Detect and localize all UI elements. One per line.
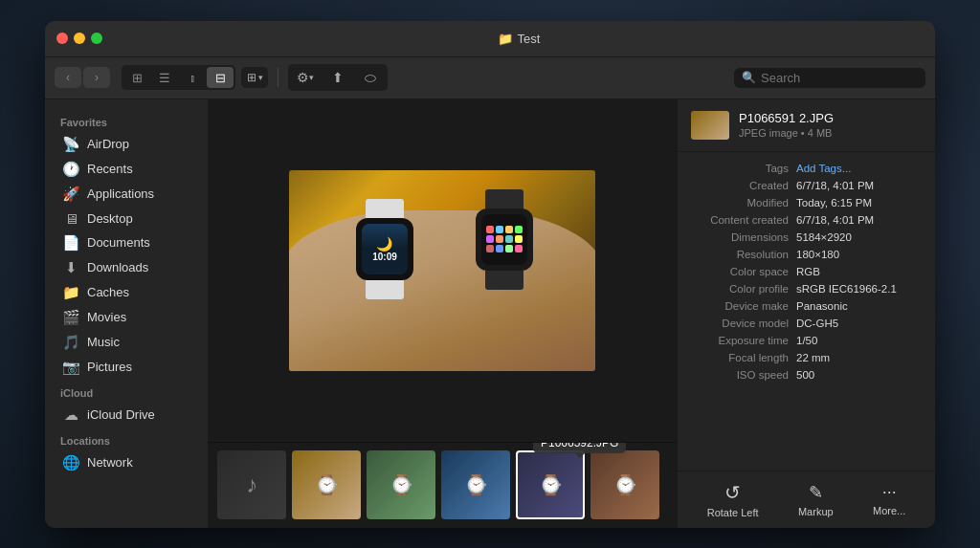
- file-browser: 🌙 10:09: [208, 99, 677, 528]
- thumb-inner: ⌚: [518, 452, 583, 517]
- sidebar-item-desktop[interactable]: 🖥 Desktop: [51, 207, 202, 230]
- info-label: Resolution: [691, 249, 796, 260]
- rotate-left-action[interactable]: ↺ Rotate Left: [707, 481, 759, 518]
- network-icon: 🌐: [62, 454, 79, 471]
- thumbnail-2[interactable]: ⌚: [292, 450, 361, 519]
- titlebar: 📁 Test: [45, 21, 935, 57]
- thumbnail-4[interactable]: ⌚: [441, 450, 510, 519]
- gallery-main: 🌙 10:09: [208, 99, 677, 442]
- sidebar-item-pictures[interactable]: 📷 Pictures: [51, 355, 202, 380]
- thumbnail-3[interactable]: ⌚: [367, 450, 435, 519]
- sidebar-item-label: Caches: [87, 285, 129, 299]
- more-action[interactable]: ··· More...: [873, 482, 905, 516]
- favorites-label: Favorites: [45, 109, 208, 132]
- info-row-devicemake: Device make Panasonic: [678, 297, 935, 315]
- group-by-button[interactable]: ⊞ ▾: [241, 67, 268, 88]
- info-value-exposure: 1/50: [796, 335, 922, 346]
- sidebar-item-music[interactable]: 🎵 Music: [51, 330, 202, 355]
- info-row-colorprofile: Color profile sRGB IEC61966-2.1: [678, 280, 935, 297]
- thumbnail-6[interactable]: ⌚: [590, 450, 659, 519]
- info-thumbnail: [691, 111, 729, 140]
- sidebar-item-label: Pictures: [87, 360, 132, 374]
- info-value-devicemodel: DC-GH5: [796, 318, 922, 329]
- movies-icon: 🎬: [62, 309, 79, 326]
- markup-icon: ✎: [809, 482, 823, 503]
- sidebar-item-network[interactable]: 🌐 Network: [51, 450, 202, 475]
- thumbnail-1[interactable]: ♪: [217, 450, 286, 519]
- settings-button[interactable]: ⚙ ▾: [290, 66, 321, 89]
- info-label: Device make: [691, 300, 796, 312]
- tag-button[interactable]: ⬭: [355, 66, 386, 89]
- forward-button[interactable]: ›: [83, 67, 110, 88]
- sidebar-item-label: Downloads: [87, 260, 148, 274]
- list-view-button[interactable]: ☰: [151, 67, 178, 88]
- info-row-devicemodel: Device model DC-GH5: [678, 315, 935, 332]
- watch-right: [466, 189, 543, 285]
- sidebar-item-label: Network: [87, 455, 133, 470]
- watch-illustration: 🌙 10:09: [289, 170, 595, 371]
- sidebar-item-airdrop[interactable]: 📡 AirDrop: [51, 132, 202, 157]
- watch-band-bottom: [366, 280, 404, 299]
- applications-icon: 🚀: [62, 186, 79, 203]
- info-row-exposure: Exposure time 1/50: [678, 332, 935, 349]
- close-button[interactable]: [56, 33, 68, 44]
- sidebar-item-label: Music: [87, 335, 120, 349]
- icon-view-button[interactable]: ⊞: [123, 67, 150, 88]
- info-row-iso: ISO speed 500: [678, 366, 935, 384]
- content-area: Favorites 📡 AirDrop 🕐 Recents 🚀 Applicat…: [45, 99, 935, 528]
- sidebar-item-caches[interactable]: 📁 Caches: [51, 280, 202, 305]
- documents-icon: 📄: [62, 234, 79, 252]
- sidebar-item-label: iCloud Drive: [87, 407, 155, 422]
- watch-screen-dark: [481, 214, 527, 265]
- search-box[interactable]: 🔍: [734, 68, 925, 88]
- airdrop-icon: 📡: [62, 136, 79, 153]
- sidebar-item-icloud-drive[interactable]: ☁ iCloud Drive: [51, 403, 202, 427]
- content-with-info: 🌙 10:09: [208, 99, 935, 528]
- info-value-tags[interactable]: Add Tags...: [796, 163, 922, 174]
- info-value-colorspace: RGB: [796, 266, 922, 277]
- info-value-colorprofile: sRGB IEC61966-2.1: [796, 283, 922, 295]
- info-row-created: Created 6/7/18, 4:01 PM: [678, 177, 935, 194]
- title-text: Test: [518, 32, 541, 46]
- music-icon: 🎵: [62, 334, 79, 351]
- sidebar-item-recents[interactable]: 🕐 Recents: [51, 157, 202, 182]
- info-actions: ↺ Rotate Left ✎ Markup ··· More...: [678, 471, 935, 528]
- info-label: Exposure time: [691, 335, 796, 346]
- column-view-button[interactable]: ⫾: [179, 67, 206, 88]
- thumb-inner: ⌚: [590, 450, 659, 519]
- chevron-down-icon-2: ▾: [309, 73, 314, 82]
- info-value-dimensions: 5184×2920: [796, 231, 922, 243]
- share-icon: ⬆: [332, 70, 344, 85]
- info-label: Dimensions: [691, 231, 796, 243]
- thumbnail-5[interactable]: ⌚: [516, 450, 585, 519]
- maximize-button[interactable]: [91, 33, 102, 44]
- info-row-dimensions: Dimensions 5184×2920: [678, 229, 935, 246]
- more-label: More...: [873, 505, 905, 516]
- info-file-details: P1066591 2.JPG JPEG image • 4 MB: [739, 111, 834, 139]
- recents-icon: 🕐: [62, 161, 79, 178]
- info-row-content-created: Content created 6/7/18, 4:01 PM: [678, 211, 935, 229]
- sidebar-item-documents[interactable]: 📄 Documents: [51, 230, 202, 255]
- info-label: Focal length: [691, 352, 796, 363]
- minimize-button[interactable]: [74, 33, 85, 44]
- icloud-label: iCloud: [45, 380, 208, 403]
- search-input[interactable]: [761, 71, 918, 85]
- thumb-inner: ⌚: [367, 450, 435, 519]
- chevron-down-icon: ▾: [258, 73, 263, 82]
- search-icon: 🔍: [742, 71, 756, 84]
- sidebar: Favorites 📡 AirDrop 🕐 Recents 🚀 Applicat…: [45, 99, 208, 528]
- markup-action[interactable]: ✎ Markup: [798, 482, 834, 517]
- info-label: Color profile: [691, 283, 796, 295]
- sidebar-item-movies[interactable]: 🎬 Movies: [51, 305, 202, 330]
- rotate-left-icon: ↺: [724, 481, 741, 504]
- back-button[interactable]: ‹: [55, 67, 81, 88]
- share-button[interactable]: ⬆: [323, 66, 353, 89]
- thumb-inner: ♪: [217, 450, 286, 519]
- view-mode-group: ⊞ ☰ ⫾ ⊟: [122, 65, 235, 90]
- sidebar-item-downloads[interactable]: ⬇ Downloads: [51, 255, 202, 280]
- gallery-view-button[interactable]: ⊟: [207, 67, 234, 88]
- info-label: Color space: [691, 266, 796, 277]
- sidebar-item-applications[interactable]: 🚀 Applications: [51, 182, 202, 207]
- info-value-content-created: 6/7/18, 4:01 PM: [796, 214, 922, 226]
- info-row-colorspace: Color space RGB: [678, 263, 935, 280]
